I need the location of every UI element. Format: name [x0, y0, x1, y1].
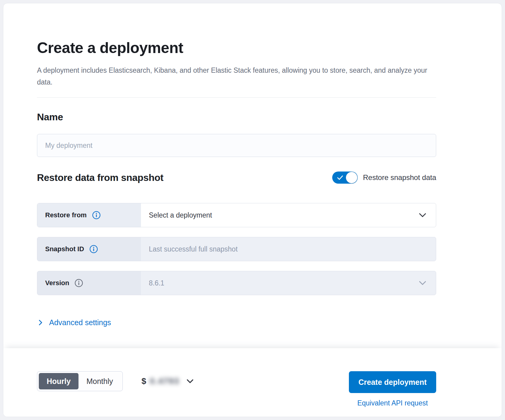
restore-section-header: Restore data from snapshot Restore snaps…: [37, 172, 436, 184]
version-value: 8.6.1: [149, 279, 418, 287]
snapshot-id-row: Snapshot ID Last successful full snapsho…: [37, 237, 436, 261]
page-title: Create a deployment: [37, 38, 436, 57]
snapshot-id-input: Last successful full snapshot: [141, 237, 436, 261]
billing-period-toggle: Hourly Monthly: [37, 371, 123, 391]
price-currency: $: [142, 376, 146, 386]
info-icon[interactable]: [89, 245, 98, 253]
create-deployment-card: Create a deployment A deployment include…: [3, 3, 502, 417]
billing-monthly-button[interactable]: Monthly: [79, 373, 121, 389]
restore-from-label: Restore from: [45, 211, 87, 219]
equivalent-api-request-link[interactable]: Equivalent API request: [357, 399, 428, 407]
version-label: Version: [45, 279, 69, 287]
check-icon: [336, 174, 344, 181]
chevron-down-icon: [418, 278, 427, 288]
billing-hourly-button[interactable]: Hourly: [39, 373, 79, 389]
chevron-right-icon: [37, 319, 44, 326]
name-section-heading: Name: [37, 111, 436, 123]
info-icon[interactable]: [92, 211, 101, 219]
version-select: 8.6.1: [141, 271, 436, 295]
version-row: Version 8.6.1: [37, 271, 436, 295]
main-content: Create a deployment A deployment include…: [3, 3, 502, 348]
page-subtitle: A deployment includes Elasticsearch, Kib…: [37, 65, 428, 88]
restore-snapshot-toggle-label: Restore snapshot data: [363, 173, 436, 182]
billing-controls: Hourly Monthly $ 0.4793: [37, 371, 195, 391]
header-divider: [37, 97, 436, 98]
restore-snapshot-toggle[interactable]: [332, 172, 358, 184]
deployment-name-input[interactable]: [37, 134, 436, 157]
restore-from-select[interactable]: Select a deployment: [141, 203, 436, 227]
snapshot-id-label: Snapshot ID: [45, 245, 84, 253]
footer-bar: Hourly Monthly $ 0.4793 Create deploymen…: [3, 348, 502, 417]
snapshot-id-value: Last successful full snapshot: [149, 245, 427, 253]
advanced-settings-link[interactable]: Advanced settings: [37, 318, 111, 327]
price-amount-blurred: 0.4793: [150, 376, 179, 386]
create-deployment-button[interactable]: Create deployment: [349, 371, 436, 393]
submit-area: Create deployment Equivalent API request: [349, 371, 436, 407]
restore-snapshot-toggle-group: Restore snapshot data: [332, 172, 436, 184]
toggle-knob: [346, 172, 357, 183]
price-dropdown[interactable]: $ 0.4793: [142, 376, 195, 386]
advanced-settings-label: Advanced settings: [49, 318, 111, 327]
restore-from-label-cell: Restore from: [37, 203, 141, 227]
chevron-down-icon: [418, 210, 427, 220]
chevron-down-icon: [186, 377, 195, 386]
info-icon[interactable]: [75, 279, 83, 287]
restore-from-row: Restore from Select a deployment: [37, 203, 436, 227]
restore-from-value: Select a deployment: [149, 211, 418, 219]
snapshot-id-label-cell: Snapshot ID: [37, 237, 141, 261]
version-label-cell: Version: [37, 271, 141, 295]
restore-section-heading: Restore data from snapshot: [37, 172, 163, 184]
